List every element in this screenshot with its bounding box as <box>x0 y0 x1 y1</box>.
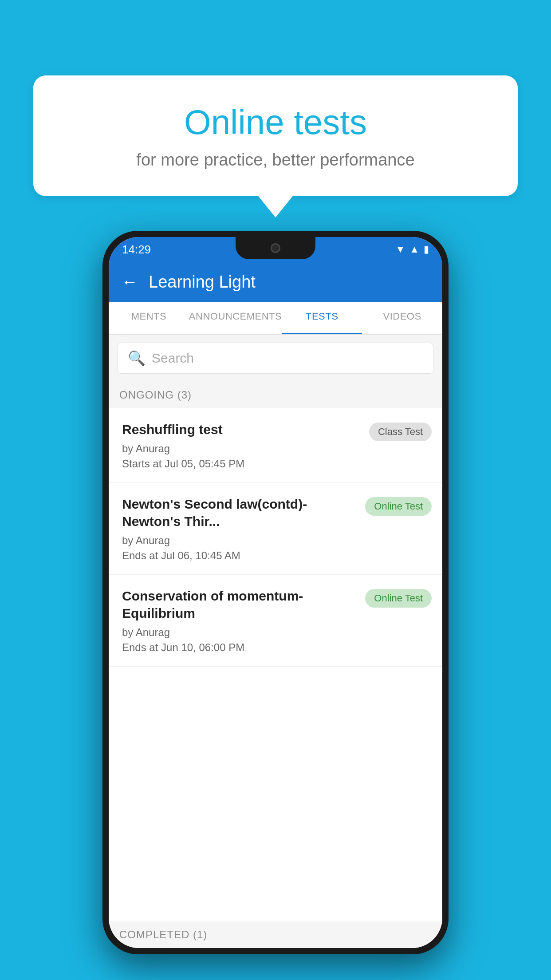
test-info-2: Newton's Second law(contd)-Newton's Thir… <box>122 495 365 562</box>
ongoing-section-header: ONGOING (3) <box>109 382 442 408</box>
test-time-1: Starts at Jul 05, 05:45 PM <box>122 458 360 470</box>
test-item-newton[interactable]: Newton's Second law(contd)-Newton's Thir… <box>109 483 442 575</box>
tab-videos[interactable]: VIDEOS <box>362 302 442 334</box>
test-badge-2: Online Test <box>365 497 432 516</box>
phone-outer-frame: 14:29 ▼ ▲ ▮ ← Learning Light MENTS <box>102 231 449 954</box>
status-icons: ▼ ▲ ▮ <box>395 244 429 255</box>
tab-tests[interactable]: TESTS <box>282 302 362 334</box>
tabs-bar: MENTS ANNOUNCEMENTS TESTS VIDEOS <box>109 302 442 335</box>
search-container: 🔍 Search <box>109 335 442 382</box>
test-item-reshuffling[interactable]: Reshuffling test by Anurag Starts at Jul… <box>109 408 442 483</box>
test-badge-3: Online Test <box>365 589 432 608</box>
tab-announcements[interactable]: ANNOUNCEMENTS <box>189 302 282 334</box>
signal-icon: ▲ <box>409 244 419 255</box>
phone-notch <box>236 237 315 259</box>
completed-section-title: COMPLETED (1) <box>119 929 207 940</box>
test-name-2: Newton's Second law(contd)-Newton's Thir… <box>122 495 356 530</box>
wifi-icon: ▼ <box>395 244 405 255</box>
tab-ments[interactable]: MENTS <box>109 302 189 334</box>
back-button[interactable]: ← <box>121 273 138 292</box>
tests-list: Reshuffling test by Anurag Starts at Jul… <box>109 408 442 667</box>
app-header: ← Learning Light <box>109 262 442 302</box>
completed-section-header: COMPLETED (1) <box>109 921 442 948</box>
bubble-title: Online tests <box>69 102 482 142</box>
test-name-1: Reshuffling test <box>122 421 360 438</box>
bubble-subtitle: for more practice, better performance <box>69 150 482 170</box>
search-icon: 🔍 <box>128 350 146 367</box>
ongoing-section-title: ONGOING (3) <box>119 389 192 401</box>
phone-screen: 14:29 ▼ ▲ ▮ ← Learning Light MENTS <box>109 237 442 948</box>
battery-icon: ▮ <box>424 244 429 255</box>
test-badge-1: Class Test <box>369 423 432 441</box>
front-camera <box>271 243 280 253</box>
test-time-3: Ends at Jun 10, 06:00 PM <box>122 641 356 654</box>
test-by-1: by Anurag <box>122 443 360 455</box>
phone-device: 14:29 ▼ ▲ ▮ ← Learning Light MENTS <box>102 231 449 954</box>
test-by-3: by Anurag <box>122 626 356 639</box>
search-input[interactable]: Search <box>152 351 194 366</box>
test-info-3: Conservation of momentum-Equilibrium by … <box>122 587 365 654</box>
test-by-2: by Anurag <box>122 534 356 547</box>
test-item-conservation[interactable]: Conservation of momentum-Equilibrium by … <box>109 575 442 667</box>
test-time-2: Ends at Jul 06, 10:45 AM <box>122 549 356 562</box>
test-info-1: Reshuffling test by Anurag Starts at Jul… <box>122 421 369 470</box>
test-name-3: Conservation of momentum-Equilibrium <box>122 587 356 622</box>
status-time: 14:29 <box>122 243 151 257</box>
search-box[interactable]: 🔍 Search <box>118 343 433 374</box>
app-title: Learning Light <box>149 273 256 292</box>
speech-bubble: Online tests for more practice, better p… <box>33 75 518 196</box>
screen-content: 14:29 ▼ ▲ ▮ ← Learning Light MENTS <box>109 237 442 948</box>
